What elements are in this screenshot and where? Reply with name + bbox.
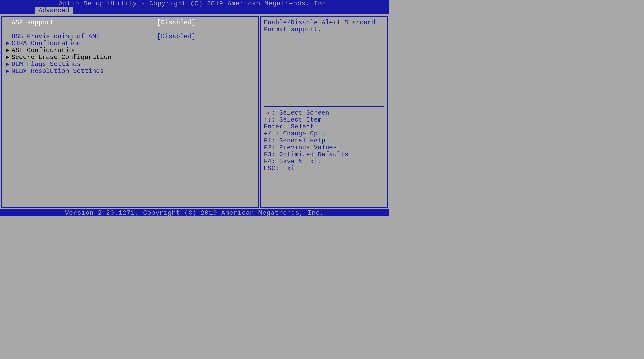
menu-item-asf-configuration[interactable]: ▶ ASF Configuration (2, 47, 258, 54)
menu-value (157, 47, 258, 54)
menu-value (157, 61, 258, 68)
hotkey-general-help: F1: General Help (264, 137, 384, 144)
menu-value: [Disabled] (157, 33, 258, 40)
footer-bar: Version 2.20.1271. Copyright (C) 2019 Am… (0, 209, 389, 216)
hotkey-save-exit: F4: Save & Exit (264, 158, 384, 165)
hotkey-exit: ESC: Exit (264, 165, 384, 172)
hotkey-select: Enter: Select (264, 123, 384, 130)
menu-label: OEM Flags Settings (11, 61, 157, 68)
tab-bar: Advanced (0, 7, 389, 14)
menu-label: MEBx Resolution Settings (11, 68, 157, 75)
tab-advanced[interactable]: Advanced (34, 7, 73, 14)
chevron-right-icon: ▶ (2, 40, 11, 47)
menu-label (11, 26, 157, 33)
submenu-marker (2, 19, 11, 26)
tab-label: Advanced (38, 7, 69, 14)
hotkey-optimized-defaults: F3: Optimized Defaults (264, 151, 384, 158)
panel-divider (264, 106, 384, 107)
menu-value (157, 54, 258, 61)
chevron-right-icon: ▶ (2, 68, 11, 75)
settings-panel: ASF support [Disabled] USB Provisioning … (1, 16, 259, 208)
chevron-right-icon: ▶ (2, 47, 11, 54)
main-area: ASF support [Disabled] USB Provisioning … (0, 14, 389, 209)
menu-item-asf-support[interactable]: ASF support [Disabled] (2, 19, 258, 26)
menu-value: [Disabled] (157, 19, 258, 26)
menu-item-usb-provisioning[interactable]: USB Provisioning of AMT [Disabled] (2, 33, 258, 40)
menu-label: Secure Erase Configuration (11, 54, 157, 61)
hotkey-change-opt: +/-: Change Opt. (264, 130, 384, 137)
hotkey-select-item: ↑↓: Select Item (264, 116, 384, 123)
menu-label: CIRA Configuration (11, 40, 157, 47)
menu-value (157, 26, 258, 33)
footer-text: Version 2.20.1271. Copyright (C) 2019 Am… (65, 209, 324, 216)
menu-item-secure-erase-configuration[interactable]: ▶ Secure Erase Configuration (2, 54, 258, 61)
menu-item-mebx-resolution-settings[interactable]: ▶ MEBx Resolution Settings (2, 68, 258, 75)
hotkeys-list: →←: Select Screen ↑↓: Select Item Enter:… (264, 110, 384, 172)
hotkey-select-screen: →←: Select Screen (264, 110, 384, 116)
chevron-right-icon: ▶ (2, 54, 11, 61)
submenu-marker (2, 33, 11, 40)
menu-label: USB Provisioning of AMT (11, 33, 157, 40)
hotkey-previous-values: F2: Previous Values (264, 144, 384, 151)
menu-label: ASF support (11, 19, 157, 26)
menu-value (157, 40, 258, 47)
menu-blank-row (2, 26, 258, 33)
menu-value (157, 68, 258, 75)
menu-item-oem-flags-settings[interactable]: ▶ OEM Flags Settings (2, 61, 258, 68)
chevron-right-icon: ▶ (2, 61, 11, 68)
menu-label: ASF Configuration (11, 47, 157, 54)
help-panel: Enable/Disable Alert Standard Format sup… (260, 16, 388, 208)
submenu-marker (2, 26, 11, 33)
title-bar: Aptio Setup Utility – Copyright (C) 2019… (0, 0, 389, 7)
menu-item-cira-configuration[interactable]: ▶ CIRA Configuration (2, 40, 258, 47)
title-text: Aptio Setup Utility – Copyright (C) 2019… (59, 0, 330, 7)
help-text: Enable/Disable Alert Standard Format sup… (264, 19, 384, 105)
